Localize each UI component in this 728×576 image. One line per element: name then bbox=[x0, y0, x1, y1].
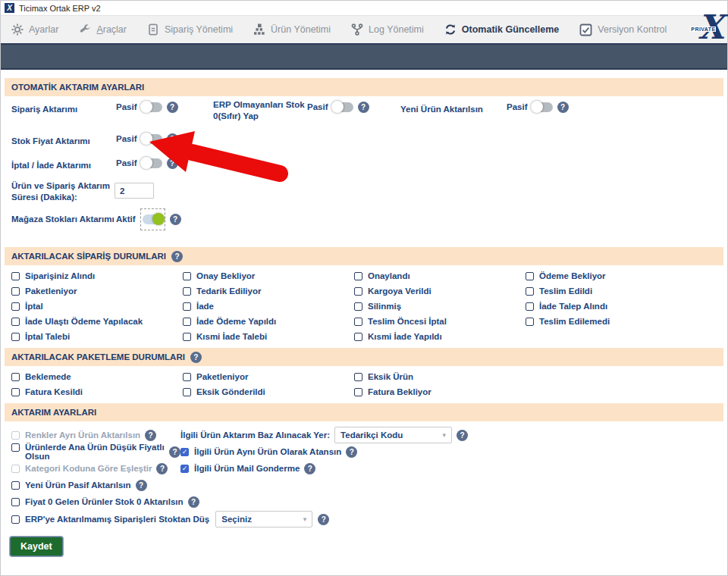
settings-row: Fiyat 0 Gelen Ürünler Stok 0 Aktarılsın … bbox=[1, 493, 727, 510]
erp-stoktan-dus-checkbox-item[interactable]: ERP'ye Aktarılmamış Siparişleri Stoktan … bbox=[11, 515, 209, 524]
checkbox[interactable] bbox=[11, 302, 20, 311]
checkbox[interactable] bbox=[11, 388, 20, 396]
checkbox[interactable] bbox=[11, 373, 20, 381]
checkbox[interactable] bbox=[526, 302, 534, 311]
checkbox[interactable] bbox=[183, 333, 191, 341]
menu-item-otomatik-guncelleme[interactable]: Otomatik Güncelleme bbox=[444, 23, 560, 36]
checkbox[interactable] bbox=[354, 388, 362, 396]
help-icon[interactable]: ? bbox=[304, 463, 315, 474]
packaging-status-item[interactable]: Beklemede bbox=[11, 372, 183, 381]
order-status-item[interactable]: İade Ulaştı Ödeme Yapılacak bbox=[11, 317, 183, 326]
help-icon[interactable]: ? bbox=[170, 214, 181, 225]
help-icon[interactable]: ? bbox=[167, 102, 178, 113]
order-status-item[interactable]: Paketleniyor bbox=[11, 286, 183, 296]
checkbox[interactable] bbox=[183, 373, 191, 381]
app-logo-icon: X bbox=[5, 3, 14, 13]
checkbox-checked[interactable]: ✓ bbox=[180, 465, 189, 473]
checkbox[interactable] bbox=[11, 318, 20, 326]
chevron-down-icon: ▾ bbox=[443, 431, 447, 439]
help-icon[interactable]: ? bbox=[169, 446, 180, 458]
yeni-urun-pasif-checkbox-item[interactable]: Yeni Ürün Pasif Aktarılsın bbox=[11, 481, 131, 490]
checkbox[interactable] bbox=[354, 272, 362, 280]
help-icon[interactable]: ? bbox=[167, 133, 178, 145]
order-status-item[interactable]: Onaylandı bbox=[354, 271, 526, 280]
checkbox[interactable] bbox=[354, 302, 362, 311]
help-icon[interactable]: ? bbox=[346, 446, 357, 458]
order-status-item[interactable]: Kısmi İade Talebi bbox=[183, 332, 354, 341]
help-icon[interactable]: ? bbox=[457, 430, 468, 441]
erp-olmayanlari-toggle[interactable] bbox=[333, 102, 353, 112]
ayni-urun-atansin-checkbox-item[interactable]: ✓İlgili Ürün Aynı Ürün Olarak Atansın bbox=[180, 447, 341, 456]
checkbox[interactable] bbox=[526, 318, 534, 326]
order-status-item[interactable]: Teslim Öncesi İptal bbox=[354, 317, 526, 326]
menu-item-urun-yonetimi[interactable]: Ürün Yönetimi bbox=[253, 23, 331, 36]
checkbox[interactable] bbox=[11, 515, 20, 524]
checkbox[interactable] bbox=[183, 388, 191, 396]
mail-gonderme-checkbox-item[interactable]: ✓İlgili Ürün Mail Gonderme bbox=[180, 464, 300, 473]
packaging-status-item[interactable]: Eksik Ürün bbox=[354, 372, 526, 381]
help-icon[interactable]: ? bbox=[136, 480, 147, 491]
order-status-item[interactable]: İade bbox=[183, 302, 354, 311]
order-status-item[interactable]: Siparişiniz Alındı bbox=[11, 271, 183, 280]
checkbox[interactable] bbox=[183, 302, 191, 311]
checkbox[interactable] bbox=[183, 287, 191, 296]
stoktan-dus-select[interactable]: Seçiniz ▾ bbox=[215, 511, 312, 527]
order-status-item[interactable]: İade Ödeme Yapıldı bbox=[183, 317, 354, 326]
refresh-icon bbox=[444, 23, 457, 36]
order-status-item[interactable]: Kısmi İade Yapıldı bbox=[354, 332, 526, 341]
checkbox[interactable] bbox=[354, 318, 362, 326]
order-status-item[interactable]: Kargoya Verildi bbox=[354, 286, 526, 296]
help-icon[interactable]: ? bbox=[167, 158, 178, 169]
order-status-item[interactable]: Ödeme Bekliyor bbox=[526, 271, 697, 280]
iptal-iade-aktarimi-toggle[interactable] bbox=[142, 158, 162, 168]
menu-item-ayarlar[interactable]: Ayarlar bbox=[11, 23, 58, 36]
help-icon[interactable]: ? bbox=[190, 352, 202, 363]
help-icon[interactable]: ? bbox=[557, 102, 569, 113]
menu-item-siparis-yonetimi[interactable]: Sipariş Yönetimi bbox=[147, 23, 233, 36]
checkbox-checked[interactable]: ✓ bbox=[180, 448, 189, 456]
stok-fiyat-aktarimi-toggle[interactable] bbox=[142, 134, 162, 144]
yeni-urun-aktarilsin-toggle[interactable] bbox=[532, 102, 553, 112]
checkbox[interactable] bbox=[354, 333, 362, 341]
checkbox[interactable] bbox=[11, 443, 20, 452]
packaging-status-item[interactable]: Paketleniyor bbox=[183, 372, 354, 381]
ana-urun-dusuk-fiyat-checkbox-item[interactable]: Ürünlerde Ana Ürün Düşük Fiyatlı Olsun bbox=[11, 443, 165, 461]
fiyat0-stok0-checkbox-item[interactable]: Fiyat 0 Gelen Ürünler Stok 0 Aktarılsın bbox=[11, 497, 184, 506]
siparis-aktarimi-toggle[interactable] bbox=[142, 102, 162, 112]
order-status-item[interactable]: İptal Talebi bbox=[11, 332, 183, 341]
checkbox[interactable] bbox=[526, 272, 534, 280]
checkbox[interactable] bbox=[11, 498, 20, 506]
checkbox[interactable] bbox=[354, 287, 362, 296]
help-icon[interactable]: ? bbox=[171, 251, 183, 262]
checkbox[interactable] bbox=[11, 272, 20, 280]
packaging-status-item[interactable]: Fatura Bekliyor bbox=[354, 387, 526, 396]
help-icon[interactable]: ? bbox=[188, 496, 199, 508]
aktarim-suresi-input[interactable] bbox=[115, 183, 154, 199]
checkbox[interactable] bbox=[183, 272, 191, 280]
order-status-item[interactable]: Teslim Edilemedi bbox=[526, 317, 697, 326]
help-icon[interactable]: ? bbox=[145, 430, 156, 441]
help-icon[interactable]: ? bbox=[358, 102, 369, 113]
menu-item-araclar[interactable]: Araçlar bbox=[79, 23, 127, 36]
checkbox[interactable] bbox=[11, 287, 20, 296]
menu-item-log-yonetimi[interactable]: Log Yönetimi bbox=[351, 23, 424, 36]
checkbox[interactable] bbox=[526, 287, 534, 296]
order-status-item[interactable]: Tedarik Ediliyor bbox=[183, 286, 354, 296]
checkbox[interactable] bbox=[11, 333, 20, 341]
checkbox[interactable] bbox=[183, 318, 191, 326]
baz-alinacak-yer-select[interactable]: Tedarikçi Kodu ▾ bbox=[334, 427, 452, 443]
order-status-item[interactable]: İptal bbox=[11, 302, 183, 311]
packaging-status-item[interactable]: Fatura Kesildi bbox=[11, 387, 183, 396]
help-icon[interactable]: ? bbox=[318, 514, 329, 525]
order-status-item[interactable]: Silinmiş bbox=[354, 302, 526, 311]
order-status-item[interactable]: Onay Bekliyor bbox=[183, 271, 354, 280]
help-icon[interactable]: ? bbox=[156, 463, 168, 474]
packaging-status-item[interactable]: Eksik Gönderildi bbox=[183, 387, 354, 396]
checkbox[interactable] bbox=[11, 481, 20, 490]
magaza-stoklari-toggle[interactable] bbox=[143, 214, 163, 224]
order-status-item[interactable]: İade Talep Alındı bbox=[526, 302, 697, 311]
save-button[interactable]: Kaydet bbox=[10, 537, 63, 556]
menu-item-versiyon-kontrol[interactable]: Versiyon Kontrol bbox=[579, 23, 667, 36]
checkbox[interactable] bbox=[354, 373, 362, 381]
order-status-item[interactable]: Teslim Edildi bbox=[526, 286, 697, 296]
